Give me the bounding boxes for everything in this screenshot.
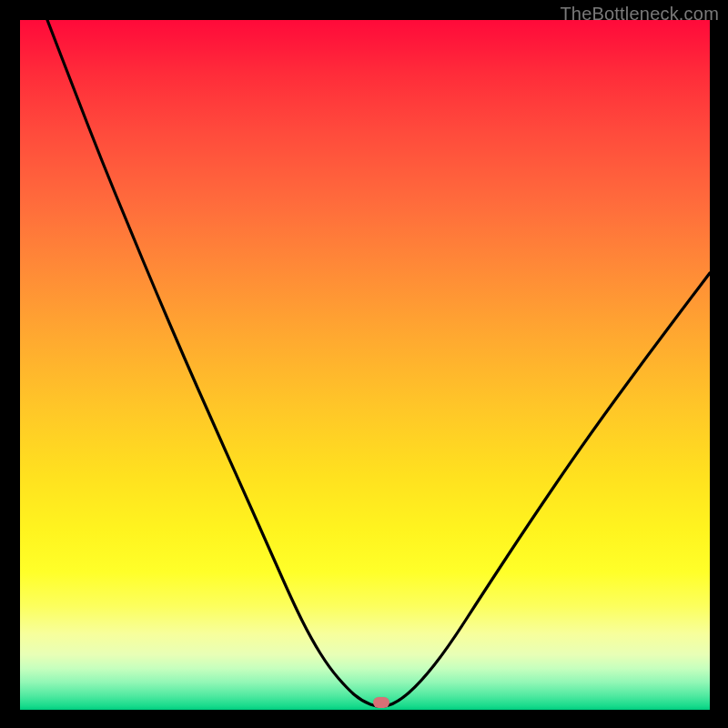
- watermark-label: TheBottleneck.com: [560, 4, 719, 25]
- plot-area: [20, 20, 710, 710]
- optimal-point-marker: [373, 697, 389, 708]
- bottleneck-curve: [20, 20, 710, 710]
- chart-stage: TheBottleneck.com: [0, 0, 728, 728]
